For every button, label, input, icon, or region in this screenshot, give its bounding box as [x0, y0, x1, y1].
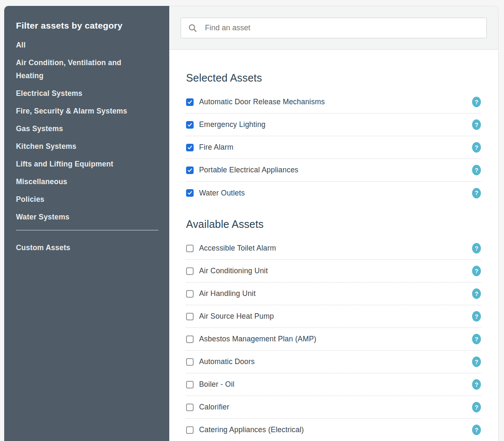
asset-label[interactable]: Portable Electrical Appliances	[199, 166, 299, 174]
help-icon[interactable]: ?	[472, 356, 481, 367]
help-icon[interactable]: ?	[472, 311, 481, 322]
asset-label[interactable]: Asbestos Management Plan (AMP)	[199, 335, 316, 343]
asset-label[interactable]: Boiler - Oil	[199, 380, 234, 389]
asset-row: Catering Appliances (Electrical)?	[186, 419, 481, 441]
asset-label[interactable]: Fire Alarm	[199, 143, 234, 152]
checkbox-checked[interactable]	[186, 189, 194, 197]
asset-row: Fire Alarm?	[186, 136, 481, 159]
asset-label[interactable]: Accessible Toilet Alarm	[199, 244, 276, 253]
help-icon[interactable]: ?	[472, 288, 481, 299]
asset-label[interactable]: Air Conditioning Unit	[199, 267, 268, 275]
asset-row: Portable Electrical Appliances?	[186, 159, 481, 182]
checkbox-unchecked[interactable]	[186, 245, 194, 252]
help-icon[interactable]: ?	[472, 97, 481, 107]
main-panel: Selected AssetsAutomatic Door Release Me…	[169, 6, 499, 441]
help-icon[interactable]: ?	[472, 119, 481, 130]
checkbox-checked[interactable]	[186, 166, 194, 174]
sidebar-item[interactable]: Air Condition, Ventilation and Heating	[16, 56, 158, 82]
asset-row: Water Outlets?	[186, 182, 481, 204]
asset-row: Automatic Doors?	[186, 351, 481, 373]
help-icon[interactable]: ?	[472, 142, 481, 153]
asset-label[interactable]: Automatic Doors	[199, 357, 255, 366]
help-icon[interactable]: ?	[472, 266, 481, 276]
asset-label[interactable]: Air Handling Unit	[199, 289, 256, 298]
section-title: Selected Assets	[186, 71, 481, 84]
checkbox-unchecked[interactable]	[186, 404, 194, 411]
sidebar-item[interactable]: All	[16, 39, 158, 52]
asset-row: Asbestos Management Plan (AMP)?	[186, 328, 481, 351]
checkbox-checked[interactable]	[186, 121, 194, 129]
help-icon[interactable]: ?	[472, 334, 481, 344]
sidebar-divider	[16, 230, 158, 230]
asset-label[interactable]: Catering Appliances (Electrical)	[199, 425, 304, 434]
asset-row: Air Source Heat Pump?	[186, 305, 481, 328]
checkbox-unchecked[interactable]	[186, 267, 194, 275]
asset-label[interactable]: Calorifier	[199, 403, 229, 412]
search-strip	[169, 6, 498, 50]
help-icon[interactable]: ?	[472, 243, 481, 254]
section-title: Available Assets	[186, 218, 481, 230]
sidebar-item[interactable]: Lifts and Lifting Equipment	[16, 158, 158, 171]
sidebar: Filter assets by category AllAir Conditi…	[4, 6, 169, 441]
sidebar-item[interactable]: Miscellaneous	[16, 175, 158, 188]
category-list: AllAir Condition, Ventilation and Heatin…	[16, 39, 158, 224]
sidebar-item[interactable]: Gas Systems	[16, 122, 158, 135]
checkbox-checked[interactable]	[186, 144, 194, 151]
asset-label[interactable]: Automatic Door Release Mechanisms	[199, 98, 325, 106]
asset-section: Selected AssetsAutomatic Door Release Me…	[186, 71, 481, 204]
asset-sections: Selected AssetsAutomatic Door Release Me…	[169, 71, 498, 441]
asset-section: Available AssetsAccessible Toilet Alarm?…	[186, 218, 481, 441]
sidebar-item[interactable]: Kitchen Systems	[16, 140, 158, 153]
asset-row: Calorifier?	[186, 396, 481, 419]
checkbox-unchecked[interactable]	[186, 381, 194, 388]
asset-row: Air Conditioning Unit?	[186, 260, 481, 283]
checkbox-unchecked[interactable]	[186, 335, 194, 343]
sidebar-title: Filter assets by category	[16, 19, 158, 32]
asset-row: Air Handling Unit?	[186, 283, 481, 305]
asset-label[interactable]: Water Outlets	[199, 189, 245, 198]
sidebar-item[interactable]: Water Systems	[16, 211, 158, 224]
sidebar-item[interactable]: Electrical Systems	[16, 87, 158, 100]
help-icon[interactable]: ?	[472, 402, 481, 412]
checkbox-unchecked[interactable]	[186, 426, 194, 434]
sidebar-item[interactable]: Fire, Security & Alarm Systems	[16, 105, 158, 118]
search-box	[181, 18, 487, 38]
asset-row: Automatic Door Release Mechanisms?	[186, 91, 481, 114]
asset-row: Emergency Lighting?	[186, 114, 481, 136]
asset-row: Boiler - Oil?	[186, 373, 481, 396]
asset-label[interactable]: Emergency Lighting	[199, 120, 265, 129]
help-icon[interactable]: ?	[472, 165, 481, 175]
checkbox-unchecked[interactable]	[186, 290, 194, 298]
checkbox-checked[interactable]	[186, 98, 194, 106]
search-icon	[188, 23, 197, 33]
sidebar-item-custom-assets[interactable]: Custom Assets	[16, 241, 158, 254]
help-icon[interactable]: ?	[472, 379, 481, 390]
sidebar-item[interactable]: Policies	[16, 193, 158, 206]
checkbox-unchecked[interactable]	[186, 358, 194, 366]
search-input[interactable]	[204, 23, 480, 33]
help-icon[interactable]: ?	[472, 188, 481, 198]
asset-label[interactable]: Air Source Heat Pump	[199, 312, 274, 321]
help-icon[interactable]: ?	[472, 425, 481, 435]
asset-row: Accessible Toilet Alarm?	[186, 237, 481, 260]
checkbox-unchecked[interactable]	[186, 313, 194, 320]
